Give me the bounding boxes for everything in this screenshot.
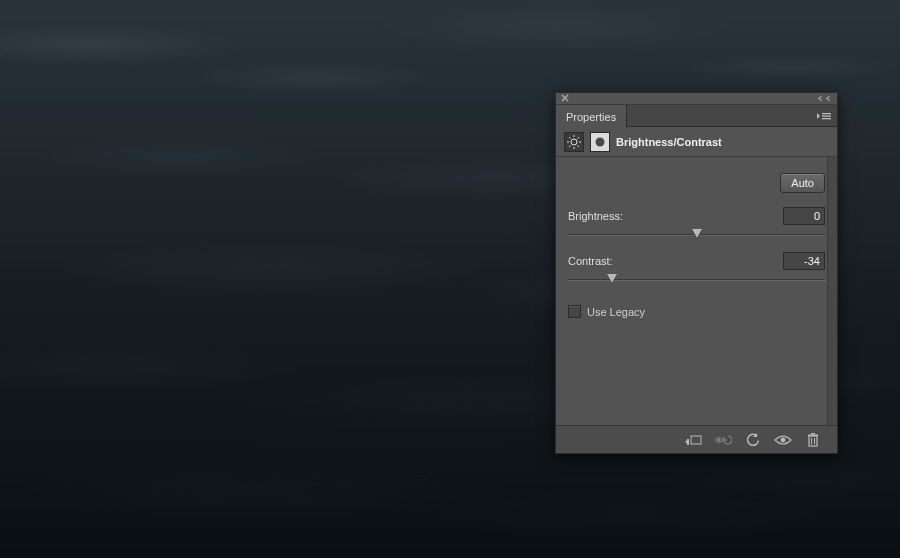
contrast-value: -34 — [804, 255, 820, 267]
adjustment-header: Brightness/Contrast — [556, 127, 837, 157]
contrast-slider-thumb[interactable] — [607, 274, 617, 283]
svg-rect-21 — [811, 433, 815, 435]
svg-rect-2 — [822, 118, 831, 119]
layer-mask-icon[interactable] — [590, 132, 610, 152]
svg-line-10 — [569, 145, 571, 147]
collapse-arrows-icon[interactable] — [817, 95, 831, 103]
svg-rect-17 — [809, 436, 817, 446]
svg-rect-13 — [691, 436, 701, 444]
use-legacy-checkbox[interactable] — [568, 305, 581, 318]
brightness-slider[interactable] — [568, 228, 825, 242]
svg-point-12 — [596, 137, 605, 146]
contrast-label: Contrast: — [568, 255, 613, 267]
contrast-value-field[interactable]: -34 — [783, 252, 825, 270]
svg-rect-0 — [822, 113, 831, 114]
svg-rect-14 — [687, 439, 689, 445]
panel-menu-icon[interactable] — [815, 109, 833, 123]
brightness-value-field[interactable]: 0 — [783, 207, 825, 225]
panel-body: Auto Brightness: 0 Contrast: — [556, 157, 837, 425]
auto-button-label: Auto — [791, 177, 814, 189]
reset-icon[interactable] — [743, 430, 763, 450]
brightness-label: Brightness: — [568, 210, 623, 222]
contrast-slider[interactable] — [568, 273, 825, 287]
svg-point-15 — [717, 438, 720, 441]
panel-scroll-gutter — [827, 157, 837, 425]
svg-point-16 — [781, 437, 786, 442]
properties-panel: Properties — [555, 92, 838, 454]
visibility-eye-icon[interactable] — [773, 430, 793, 450]
contrast-row: Contrast: -34 — [568, 252, 825, 287]
panel-titlebar[interactable] — [556, 93, 837, 105]
brightness-contrast-icon[interactable] — [564, 132, 584, 152]
use-legacy-label: Use Legacy — [587, 306, 645, 318]
svg-line-8 — [569, 137, 571, 139]
use-legacy-row: Use Legacy — [568, 305, 825, 318]
tab-label: Properties — [566, 111, 616, 123]
svg-rect-20 — [808, 434, 818, 436]
svg-rect-1 — [822, 116, 831, 117]
panel-footer — [556, 425, 837, 453]
tab-properties[interactable]: Properties — [556, 105, 627, 128]
brightness-slider-thumb[interactable] — [692, 229, 702, 238]
view-previous-state-icon[interactable] — [713, 430, 733, 450]
brightness-value: 0 — [814, 210, 820, 222]
clip-to-layer-icon[interactable] — [683, 430, 703, 450]
svg-line-9 — [578, 145, 580, 147]
close-icon[interactable] — [560, 94, 570, 104]
trash-icon[interactable] — [803, 430, 823, 450]
brightness-row: Brightness: 0 — [568, 207, 825, 242]
svg-point-3 — [571, 139, 577, 145]
svg-line-11 — [578, 137, 580, 139]
auto-button[interactable]: Auto — [780, 173, 825, 193]
adjustment-title: Brightness/Contrast — [616, 136, 722, 148]
panel-tabbar: Properties — [556, 105, 837, 127]
